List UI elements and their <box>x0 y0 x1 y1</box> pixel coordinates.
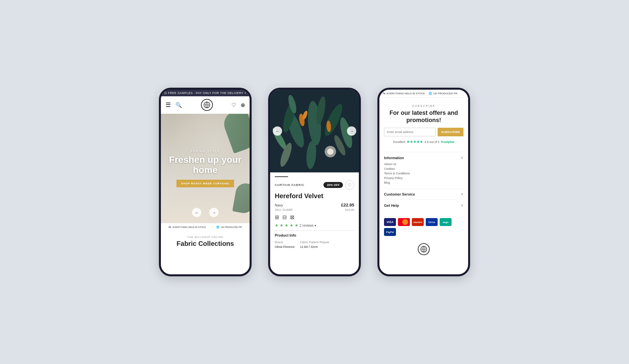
wishlist-button[interactable]: ♡ <box>345 180 354 190</box>
stock-text: EVERYTHING HELD IN STOCK <box>172 226 206 228</box>
brand-col: Brand Olivia Florence <box>275 240 295 250</box>
details-title: Product Info <box>275 233 354 237</box>
subscribe-title: For our latest offers and promotions! <box>384 110 463 124</box>
customer-service-header[interactable]: Customer Service ∨ <box>384 192 463 196</box>
product-price: £22.95 <box>341 203 354 207</box>
trustpilot-row: Excellent ★★★★★ 4.9 out of 5 Trustpilot <box>384 140 463 144</box>
information-links: About Us Cookies Terms & Conditions Priv… <box>384 160 463 185</box>
old-price: £17.95 <box>345 208 354 211</box>
footer-bar: 🛍 EVERYTHING HELD IN STOCK 🌐 UK PRODUCED… <box>161 223 250 231</box>
phone-3: 🛍 EVERYTHING HELD IN STOCK 🌐 UK PRODUCED… <box>377 88 470 276</box>
fabric-icon: ⊠ <box>290 214 294 220</box>
information-section: Information ∨ About Us Cookies Terms & C… <box>384 152 463 188</box>
footer-sections: Information ∨ About Us Cookies Terms & C… <box>379 149 468 214</box>
star-4: ★ <box>290 223 293 228</box>
phone-2: ← → CURTAIN FABRIC 20% OFF ♡ Hereford Ve… <box>268 88 361 276</box>
topbar-stock-icon: 🛍 <box>383 92 385 95</box>
link-blog[interactable]: Blog <box>384 180 463 185</box>
cirrus-card: Cirrus <box>426 218 438 226</box>
discount-badge: 20% OFF <box>323 182 343 188</box>
information-header[interactable]: Information ∨ <box>384 156 463 160</box>
star-3: ★ <box>285 223 288 228</box>
get-help-title: Get Help <box>384 204 399 207</box>
trustpilot-brand: Trustpilot <box>441 140 454 144</box>
get-help-header[interactable]: Get Help ∨ <box>384 203 463 207</box>
shop-curtains-button[interactable]: SHOP READY MADE CURTAINS <box>176 180 234 187</box>
subscribe-button[interactable]: SUBSCRIBE <box>438 128 463 136</box>
mastercard-card <box>398 218 410 226</box>
nav-bar: ☰ 🔍 ♡ ⊕ <box>161 96 250 114</box>
visa-card: VISA <box>384 218 396 226</box>
bag-icon[interactable]: ⊕ <box>241 102 245 108</box>
bottom-section: THE MILLSHOP ONLINE Fabric Collections <box>161 231 250 250</box>
uk-text: UK PRODUCED PR <box>221 226 242 228</box>
logo-center[interactable] <box>201 99 213 111</box>
separator <box>275 230 354 231</box>
logo-icon <box>201 99 213 111</box>
stock-icon: 🛍 <box>169 226 171 229</box>
get-help-chevron: ∨ <box>461 203 463 207</box>
sku-row: SKU: 014689 £17.95 <box>275 208 354 211</box>
image-next-arrow[interactable]: → <box>347 126 356 136</box>
uk-produced-item: 🌐 UK PRODUCED PR <box>216 226 242 229</box>
reviews-count[interactable]: 2 reviews ▾ <box>300 224 316 227</box>
category-label: CURTAIN FABRIC <box>275 183 305 187</box>
hero-title: Freshen up your home <box>161 155 250 175</box>
product-name: Hereford Velvet <box>275 192 354 200</box>
topbar-stock-text: EVERYTHING HELD IN STOCK <box>387 92 425 95</box>
customer-service-chevron: ∨ <box>461 192 463 196</box>
product-color: Navy <box>275 203 283 207</box>
star-1: ★ <box>275 223 278 228</box>
star-2: ★ <box>280 223 283 228</box>
bottom-subtitle: THE MILLSHOP ONLINE <box>165 236 246 239</box>
customer-service-title: Customer Service <box>384 192 415 196</box>
stock-item: 🛍 EVERYTHING HELD IN STOCK <box>169 226 206 229</box>
image-prev-arrow[interactable]: ← <box>273 126 282 136</box>
image-arrows: ← → <box>270 126 359 136</box>
pattern-label: Fabric Pattern Repeat <box>300 240 329 245</box>
product-info: CURTAIN FABRIC 20% OFF ♡ Hereford Velvet… <box>270 172 359 253</box>
hero-subtitle: SPRING STYLE <box>161 150 250 153</box>
svg-point-16 <box>327 149 333 155</box>
bottom-logo-icon <box>418 243 430 255</box>
category-row: CURTAIN FABRIC 20% OFF ♡ <box>275 180 354 190</box>
banner-text: FREE SAMPLES - PAY ONLY FOR THE DELIVERY <box>168 91 243 95</box>
bottom-title: Fabric Collections <box>165 240 246 248</box>
next-arrow[interactable]: → <box>209 208 218 217</box>
product-divider <box>275 176 288 177</box>
information-title: Information <box>384 156 404 160</box>
trustpilot-stars: ★★★★★ <box>407 140 423 144</box>
link-about-us[interactable]: About Us <box>384 162 463 166</box>
link-terms[interactable]: Terms & Conditions <box>384 171 463 176</box>
star-5: ★ <box>295 223 298 228</box>
brand-label: Brand <box>275 240 295 245</box>
promo-banner: ⊡ FREE SAMPLES - PAY ONLY FOR THE DELIVE… <box>161 90 250 96</box>
search-icon[interactable]: 🔍 <box>175 102 182 108</box>
phones-container: ⊡ FREE SAMPLES - PAY ONLY FOR THE DELIVE… <box>159 68 470 296</box>
bottom-logo <box>379 240 468 258</box>
reviews-stars: ★ ★ ★ ★ ★ 2 reviews ▾ <box>275 223 354 228</box>
hero-arrows: ← → <box>161 208 250 217</box>
email-row: SUBSCRIBE <box>384 128 463 136</box>
wishlist-icon[interactable]: ♡ <box>231 102 236 108</box>
svg-point-22 <box>402 219 408 225</box>
banner-icon: ⊡ <box>164 91 167 95</box>
menu-icon[interactable]: ☰ <box>166 101 171 109</box>
banner-close[interactable]: × <box>244 91 246 95</box>
link-privacy[interactable]: Privacy Policy <box>384 176 463 180</box>
link-cookies[interactable]: Cookies <box>384 166 463 171</box>
swatch-icon: ⊞ <box>275 214 279 220</box>
phone-1: ⊡ FREE SAMPLES - PAY ONLY FOR THE DELIVE… <box>159 88 252 276</box>
pattern-col: Fabric Pattern Repeat 12.6in / 32cm <box>300 240 329 250</box>
topbar: 🛍 EVERYTHING HELD IN STOCK 🌐 UK PRODUCED… <box>379 90 468 98</box>
payment-methods: VISA maestro Cirrus sage PayPal <box>379 214 468 240</box>
topbar-uk-text: UK PRODUCED PR <box>433 92 457 95</box>
get-help-section: Get Help ∨ <box>384 200 463 211</box>
hero-section: SPRING STYLE Freshen up your home SHOP R… <box>161 114 250 223</box>
trustpilot-rating: 4.9 out of 5 <box>424 140 439 144</box>
subscribe-section: SUBSCRIBE For our latest offers and prom… <box>379 98 468 149</box>
prev-arrow[interactable]: ← <box>192 208 201 217</box>
email-input[interactable] <box>384 128 436 136</box>
topbar-uk: 🌐 UK PRODUCED PR <box>429 92 457 95</box>
topbar-stock: 🛍 EVERYTHING HELD IN STOCK <box>383 92 425 95</box>
